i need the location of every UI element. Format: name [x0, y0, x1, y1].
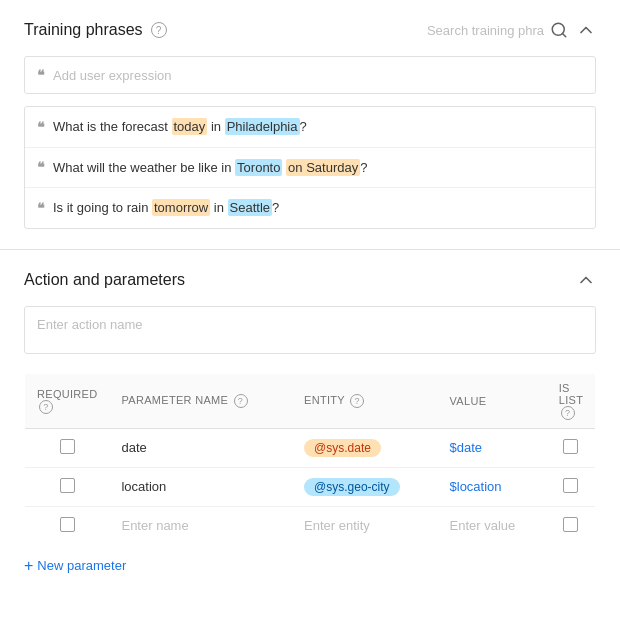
phrase-row: ❝ What is the forecast today in Philadel… [25, 107, 595, 148]
phrase-row: ❝ Is it going to rain tomorrow in Seattl… [25, 188, 595, 228]
training-phrases-section: Training phrases ? Search training phra … [0, 0, 620, 250]
entity-placeholder-3: Enter entity [304, 518, 370, 533]
col-entity: ENTITY ? [292, 373, 437, 428]
param-name-value-1: date [121, 440, 146, 455]
is-list-cell-1 [547, 428, 596, 467]
action-parameters-section: Action and parameters REQUIRED ? PARAMET… [0, 250, 620, 594]
required-checkbox-2[interactable] [60, 478, 75, 493]
search-placeholder: Search training phra [427, 23, 544, 38]
highlight-on-saturday: on Saturday [286, 159, 360, 176]
param-name-value-2: location [121, 479, 166, 494]
action-name-input[interactable] [24, 306, 596, 354]
highlight-today: today [172, 118, 208, 135]
collapse-action-icon[interactable] [576, 270, 596, 290]
highlight-seattle: Seattle [228, 199, 272, 216]
header-right: Search training phra [427, 20, 596, 40]
table-row: date @sys.date $date [25, 428, 596, 467]
phrase-text-1: What is the forecast today in Philadelph… [53, 117, 307, 137]
title-group: Training phrases ? [24, 21, 167, 39]
action-parameters-header: Action and parameters [24, 270, 596, 290]
is-list-info-icon[interactable]: ? [561, 406, 575, 420]
collapse-training-icon[interactable] [576, 20, 596, 40]
col-required: REQUIRED ? [25, 373, 110, 428]
required-cell-1 [25, 428, 110, 467]
add-expression-placeholder: Add user expression [53, 68, 172, 83]
value-cell-1: $date [438, 428, 547, 467]
quote-mark-2: ❝ [37, 159, 45, 175]
phrase-text-3: Is it going to rain tomorrow in Seattle? [53, 198, 279, 218]
highlight-tomorrow: tomorrow [152, 199, 210, 216]
required-info-icon[interactable]: ? [39, 400, 53, 414]
param-name-cell-2: location [109, 467, 292, 506]
entity-cell-1: @sys.date [292, 428, 437, 467]
col-value: VALUE [438, 373, 547, 428]
search-area: Search training phra [427, 21, 568, 39]
new-param-label: New parameter [37, 558, 126, 573]
is-list-checkbox-2[interactable] [563, 478, 578, 493]
col-is-list: IS LIST ? [547, 373, 596, 428]
value-link-date[interactable]: $date [450, 440, 483, 455]
param-name-cell-1: date [109, 428, 292, 467]
is-list-cell-3 [547, 506, 596, 545]
new-parameter-button[interactable]: + New parameter [24, 558, 596, 574]
quote-mark-3: ❝ [37, 200, 45, 216]
entity-tag-date: @sys.date [304, 439, 381, 457]
value-cell-3[interactable]: Enter value [438, 506, 547, 545]
required-checkbox-3[interactable] [60, 517, 75, 532]
value-link-location[interactable]: $location [450, 479, 502, 494]
param-name-cell-3[interactable]: Enter name [109, 506, 292, 545]
quote-mark-add: ❝ [37, 67, 45, 83]
param-name-placeholder-3: Enter name [121, 518, 188, 533]
required-checkbox-1[interactable] [60, 439, 75, 454]
entity-cell-3[interactable]: Enter entity [292, 506, 437, 545]
search-icon[interactable] [550, 21, 568, 39]
training-phrases-title: Training phrases [24, 21, 143, 39]
phrase-row: ❝ What will the weather be like in Toron… [25, 148, 595, 189]
highlight-philadelphia: Philadelphia [225, 118, 300, 135]
is-list-checkbox-1[interactable] [563, 439, 578, 454]
entity-info-icon[interactable]: ? [350, 394, 364, 408]
new-param-plus-icon: + [24, 558, 33, 574]
help-icon[interactable]: ? [151, 22, 167, 38]
param-name-info-icon[interactable]: ? [234, 394, 248, 408]
phrase-text-2: What will the weather be like in Toronto… [53, 158, 367, 178]
value-placeholder-3: Enter value [450, 518, 516, 533]
is-list-cell-2 [547, 467, 596, 506]
entity-cell-2: @sys.geo-city [292, 467, 437, 506]
parameters-table: REQUIRED ? PARAMETER NAME ? ENTITY ? VAL… [24, 373, 596, 546]
svg-line-1 [562, 33, 565, 36]
is-list-checkbox-3[interactable] [563, 517, 578, 532]
table-row: location @sys.geo-city $location [25, 467, 596, 506]
quote-mark-1: ❝ [37, 119, 45, 135]
col-parameter-name: PARAMETER NAME ? [109, 373, 292, 428]
action-parameters-title: Action and parameters [24, 271, 185, 289]
training-phrases-header: Training phrases ? Search training phra [24, 20, 596, 40]
value-cell-2: $location [438, 467, 547, 506]
table-row: Enter name Enter entity Enter value [25, 506, 596, 545]
highlight-toronto: Toronto [235, 159, 282, 176]
add-expression-box[interactable]: ❝ Add user expression [24, 56, 596, 94]
entity-tag-location: @sys.geo-city [304, 478, 400, 496]
required-cell-3 [25, 506, 110, 545]
required-cell-2 [25, 467, 110, 506]
training-phrases-list: ❝ What is the forecast today in Philadel… [24, 106, 596, 229]
